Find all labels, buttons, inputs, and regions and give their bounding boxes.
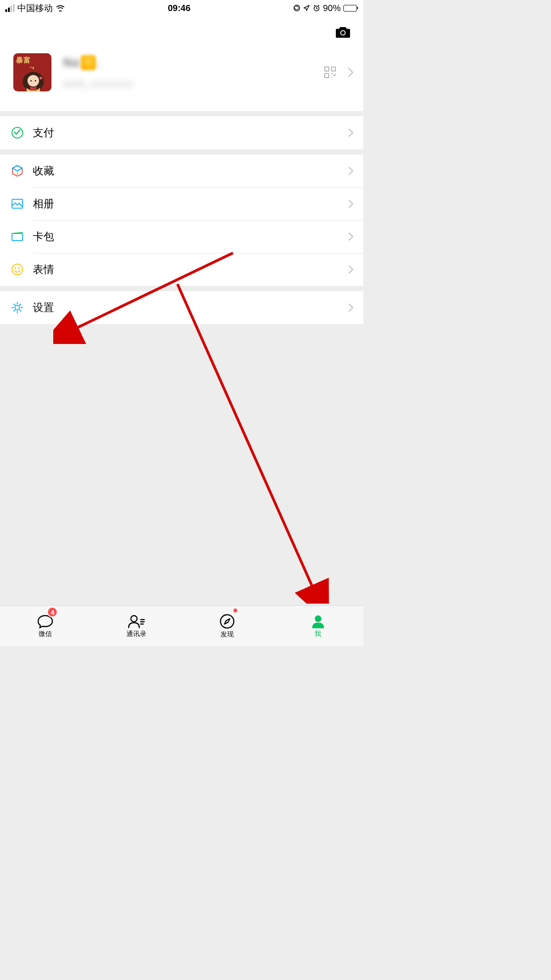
menu-item-settings[interactable]: 设置 [0, 291, 363, 324]
wechat-id: wxid_xxxxxxxx [63, 78, 324, 90]
svg-point-15 [12, 264, 23, 275]
profile-info: Na . wxid_xxxxxxxx [63, 55, 324, 90]
menu-label: 支付 [33, 126, 348, 140]
menu-item-sticker[interactable]: 表情 [0, 253, 363, 286]
settings-icon [11, 301, 24, 314]
tab-discover[interactable]: 发现 [182, 606, 273, 646]
battery-percent: 90% [323, 3, 341, 13]
avatar[interactable]: 暴富 ↘ [13, 53, 51, 91]
menu-label: 相册 [33, 197, 348, 211]
status-right: 90% [293, 3, 358, 13]
chevron-right-icon [348, 166, 354, 175]
menu-item-album[interactable]: 相册 [0, 187, 363, 220]
rotation-lock-icon [293, 4, 300, 12]
battery-icon [343, 5, 358, 12]
badge-dot [232, 608, 238, 613]
svg-point-17 [18, 267, 20, 269]
chevron-right-icon [348, 232, 354, 241]
pay-icon [11, 126, 24, 139]
svg-point-6 [31, 80, 32, 82]
menu-item-pay[interactable]: 支付 [0, 116, 363, 149]
menu-label: 设置 [33, 300, 348, 315]
svg-rect-9 [325, 67, 329, 71]
tab-contacts[interactable]: 通讯录 [91, 606, 182, 646]
profile-card[interactable]: 暴富 ↘ Na . wxid_xxxxxxxx [0, 48, 363, 111]
menu-label: 收藏 [33, 164, 348, 178]
svg-point-18 [15, 305, 20, 310]
tab-label: 我 [315, 630, 321, 638]
menu-label: 表情 [33, 262, 348, 277]
status-left: 中国移动 [5, 2, 65, 14]
location-icon [303, 4, 310, 12]
alarm-icon [313, 4, 320, 12]
menu-item-favorites[interactable]: 收藏 [0, 154, 363, 187]
svg-point-16 [15, 267, 16, 269]
tab-label: 通讯录 [126, 630, 146, 638]
chevron-right-icon [348, 199, 354, 208]
svg-rect-10 [331, 67, 335, 71]
wifi-icon [55, 4, 65, 12]
cards-icon [11, 230, 24, 243]
chevron-right-icon [348, 265, 354, 274]
tab-label: 微信 [39, 630, 52, 638]
tab-me[interactable]: 我 [272, 606, 363, 646]
favorites-icon [11, 164, 24, 178]
tab-label: 发现 [220, 630, 234, 639]
chevron-right-icon [348, 128, 354, 137]
sticker-icon [11, 263, 24, 276]
svg-rect-14 [12, 233, 23, 241]
svg-point-3 [341, 31, 345, 35]
tab-chats[interactable]: 4 微信 [0, 606, 91, 646]
svg-point-21 [315, 616, 321, 622]
nickname-emoji-icon [81, 55, 96, 70]
svg-line-23 [177, 284, 315, 593]
annotation-arrow-me-tab [164, 275, 333, 604]
svg-point-7 [35, 80, 36, 82]
svg-point-8 [39, 77, 42, 79]
status-bar: 中国移动 09:46 90% [0, 0, 363, 16]
album-icon [11, 197, 24, 210]
qrcode-icon[interactable] [324, 67, 336, 78]
svg-point-5 [28, 75, 39, 87]
menu-label: 卡包 [33, 229, 348, 244]
chevron-right-icon [347, 67, 354, 78]
tabbar: 4 微信 通讯录 发现 我 [0, 605, 363, 646]
nickname: Na [63, 55, 80, 70]
camera-icon[interactable] [335, 25, 351, 39]
svg-rect-11 [325, 74, 329, 78]
svg-point-19 [131, 616, 137, 622]
menu-item-cards[interactable]: 卡包 [0, 220, 363, 253]
carrier-label: 中国移动 [17, 2, 53, 14]
status-time: 09:46 [168, 3, 190, 13]
svg-point-20 [220, 615, 234, 628]
chevron-right-icon [348, 303, 354, 312]
avatar-illustration [18, 68, 49, 91]
header-area [0, 16, 363, 48]
signal-icon [5, 4, 15, 12]
badge-count: 4 [47, 607, 58, 617]
